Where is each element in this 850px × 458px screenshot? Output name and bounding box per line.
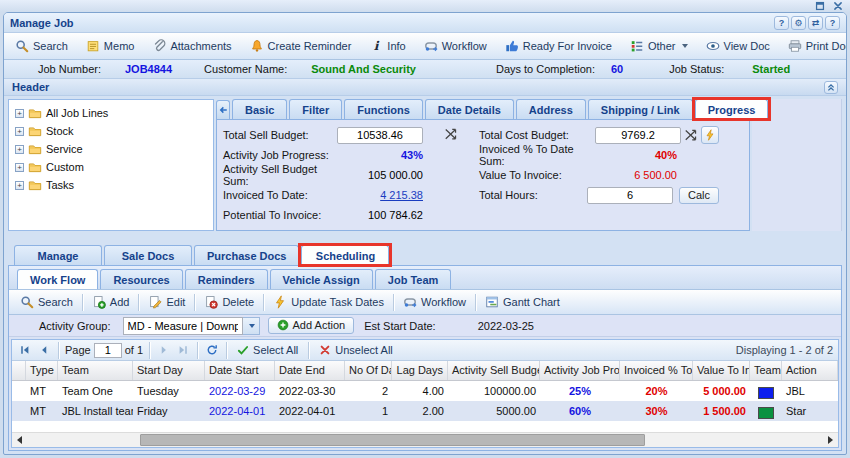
help-button[interactable]: ?	[774, 16, 789, 30]
expand-icon[interactable]: +	[15, 181, 24, 190]
page-number-input[interactable]	[94, 343, 122, 358]
tab-basic[interactable]: Basic	[232, 99, 287, 119]
tab-vehicle-assign[interactable]: Vehicle Assign	[270, 269, 373, 289]
unselect-all-button[interactable]: Unselect All	[315, 344, 396, 356]
column-header-team-color[interactable]: Team	[750, 361, 782, 380]
help2-button[interactable]: ?	[825, 16, 840, 30]
tree-item-service[interactable]: +Service	[11, 140, 211, 158]
total-hours-input[interactable]	[587, 187, 673, 204]
tab-work-flow[interactable]: Work Flow	[17, 269, 98, 289]
invoiced-to-date-link[interactable]: 4 215.38	[380, 189, 423, 201]
horizontal-scrollbar[interactable]	[12, 432, 838, 447]
column-header-start-day[interactable]: Start Day	[133, 361, 205, 380]
scrollbar-thumb[interactable]	[140, 434, 645, 446]
update-task-dates-button[interactable]: Update Task Dates	[267, 293, 390, 311]
info-button[interactable]: Info	[363, 37, 411, 55]
tab-filter[interactable]: Filter	[289, 99, 342, 119]
memo-button[interactable]: Memo	[80, 37, 141, 55]
delete-button[interactable]: Delete	[198, 293, 260, 311]
tab-functions[interactable]: Functions	[344, 99, 423, 119]
activity-group-combo[interactable]	[123, 317, 260, 335]
tree-item-stock[interactable]: +Stock	[11, 122, 211, 140]
column-header-lag-days[interactable]: Lag Days	[392, 361, 448, 380]
swap-arrows-icon[interactable]	[684, 128, 698, 142]
expand-icon[interactable]: +	[15, 109, 24, 118]
column-header-invoiced-pct[interactable]: Invoiced % To Date	[620, 361, 693, 380]
button-label: Workflow	[442, 40, 487, 52]
tab-manage[interactable]: Manage	[14, 245, 102, 265]
tab-scheduling[interactable]: Scheduling	[301, 245, 389, 265]
recalculate-button[interactable]	[701, 126, 719, 144]
edit-button[interactable]: Edit	[142, 293, 191, 311]
grid-empty-area	[12, 421, 838, 432]
swap-arrows-icon[interactable]	[444, 127, 458, 141]
print-doc-button[interactable]: Print Doc	[782, 37, 847, 55]
scroll-left-arrow[interactable]	[12, 433, 27, 447]
column-header-activity-sell-budget[interactable]: Activity Sell Budget	[448, 361, 540, 380]
grid-workflow-button[interactable]: Workflow	[397, 293, 472, 311]
progress-tab-body: Total Sell Budget: Activity Job Progress…	[216, 119, 750, 231]
last-page-button[interactable]	[175, 342, 191, 358]
combo-trigger[interactable]	[243, 317, 260, 335]
pager-separator	[197, 342, 198, 359]
tab-reminders[interactable]: Reminders	[185, 269, 268, 289]
tab-resources[interactable]: Resources	[100, 269, 182, 289]
tab-shipping-link[interactable]: Shipping / Link	[588, 99, 693, 119]
prev-page-button[interactable]	[36, 342, 52, 358]
workflow-button[interactable]: Workflow	[418, 37, 493, 55]
tab-sale-docs[interactable]: Sale Docs	[104, 245, 192, 265]
tab-job-team[interactable]: Job Team	[375, 269, 452, 289]
other-button[interactable]: Other	[624, 37, 694, 55]
first-page-button[interactable]	[17, 342, 33, 358]
attachments-button[interactable]: Attachments	[146, 37, 237, 55]
tree-item-all-job-lines[interactable]: +All Job Lines	[11, 104, 211, 122]
expand-icon[interactable]: +	[15, 127, 24, 136]
search-button[interactable]: Search	[9, 37, 74, 55]
add-button[interactable]: Add	[86, 293, 136, 311]
column-header-type[interactable]: Type	[26, 361, 58, 380]
create-reminder-button[interactable]: Create Reminder	[244, 37, 358, 55]
tab-purchase-docs[interactable]: Purchase Docs	[194, 245, 299, 265]
total-sell-budget-input[interactable]	[337, 127, 423, 144]
maximize-button[interactable]	[814, 1, 826, 11]
tree-item-custom[interactable]: +Custom	[11, 158, 211, 176]
refresh-button[interactable]: ⇄	[808, 16, 823, 30]
activity-group-input[interactable]	[123, 317, 243, 335]
tree-item-tasks[interactable]: +Tasks	[11, 176, 211, 194]
next-page-button[interactable]	[156, 342, 172, 358]
pager-separator	[149, 342, 150, 359]
column-header-date-end[interactable]: Date End	[275, 361, 345, 380]
cell-activity-sell-budget: 100000.00	[448, 381, 540, 401]
tab-date-details[interactable]: Date Details	[425, 99, 514, 119]
column-header-action[interactable]: Action	[782, 361, 838, 380]
gantt-chart-button[interactable]: Gantt Chart	[479, 293, 566, 311]
est-start-date-value: 2022-03-25	[478, 320, 534, 332]
collapse-header-button[interactable]	[824, 81, 838, 94]
table-row[interactable]: MT Team One Tuesday 2022-03-29 2022-03-3…	[12, 381, 838, 401]
paperclip-icon	[152, 39, 166, 53]
column-header-activity-job-progress[interactable]: Activity Job Progress	[540, 361, 620, 380]
column-header-date-start[interactable]: Date Start	[205, 361, 275, 380]
grid-search-button[interactable]: Search	[14, 293, 79, 311]
tab-address[interactable]: Address	[516, 99, 586, 119]
scroll-right-arrow[interactable]	[823, 433, 838, 447]
column-header-value-to-invoice[interactable]: Value To Invoice	[693, 361, 750, 380]
ready-for-invoice-button[interactable]: Ready For Invoice	[499, 37, 618, 55]
close-window-button[interactable]	[832, 1, 844, 11]
column-header-no-of-days[interactable]: No Of Days	[345, 361, 392, 380]
table-row-selected[interactable]: MT JBL Install team Friday 2022-04-01 20…	[12, 401, 838, 421]
refresh-grid-button[interactable]	[204, 342, 220, 358]
view-doc-button[interactable]: View Doc	[700, 37, 776, 55]
calc-button[interactable]: Calc	[679, 187, 719, 204]
select-all-button[interactable]: Select All	[233, 344, 302, 356]
add-action-button[interactable]: Add Action	[268, 317, 355, 334]
button-label: Other	[648, 40, 676, 52]
settings-button[interactable]: ⚙	[791, 16, 806, 30]
column-header-team[interactable]: Team	[58, 361, 133, 380]
expand-icon[interactable]: +	[15, 163, 24, 172]
tab-progress[interactable]: Progress	[695, 99, 769, 119]
tab-scroll-left-button[interactable]	[216, 100, 230, 119]
total-cost-budget-input[interactable]	[595, 127, 681, 144]
expand-icon[interactable]: +	[15, 145, 24, 154]
cell-date-start: 2022-03-29	[205, 381, 275, 401]
